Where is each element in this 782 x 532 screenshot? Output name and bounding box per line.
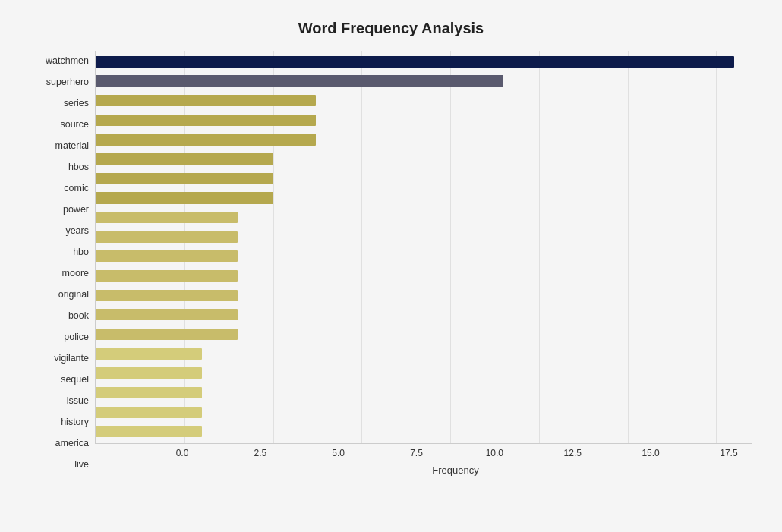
bar-series <box>96 95 316 106</box>
plot-area <box>95 51 752 444</box>
bar-watchmen <box>96 56 734 68</box>
bar-row-comic <box>96 168 752 188</box>
bar-row-original <box>96 266 752 286</box>
bar-material <box>96 134 316 145</box>
y-label-original: original <box>58 290 89 300</box>
bar-hbos <box>96 153 273 165</box>
bar-row-watchmen <box>96 52 752 72</box>
bar-row-hbo <box>96 227 752 247</box>
x-axis-title: Frequency <box>159 464 752 476</box>
y-label-vigilante: vigilante <box>54 354 89 364</box>
chart-container: Word Frequency Analysis watchmensuperher… <box>8 5 774 528</box>
bar-years <box>96 212 238 223</box>
x-tick-label: 12.5 <box>550 448 595 458</box>
bar-row-sequel <box>96 344 752 364</box>
bar-row-source <box>96 110 752 130</box>
y-label-hbo: hbo <box>73 247 89 257</box>
chart-title: Word Frequency Analysis <box>30 20 752 37</box>
bar-row-issue <box>96 364 752 383</box>
bar-book <box>96 290 238 301</box>
x-tick-label: 2.5 <box>238 448 283 458</box>
bars-container <box>96 51 752 443</box>
bar-row-history <box>96 383 752 403</box>
y-label-history: history <box>61 417 89 427</box>
x-tick-label: 17.5 <box>706 448 752 458</box>
y-label-book: book <box>68 311 89 321</box>
bar-live <box>96 426 202 437</box>
y-label-police: police <box>64 332 89 342</box>
x-axis-labels: 0.02.55.07.510.012.515.017.5 <box>159 444 752 458</box>
bar-row-series <box>96 91 752 111</box>
bar-row-live <box>96 422 752 442</box>
bar-row-america <box>96 402 752 422</box>
chart-area: watchmensuperheroseriessourcematerialhbo… <box>30 51 752 476</box>
bar-row-book <box>96 285 752 305</box>
bar-row-years <box>96 208 752 228</box>
bar-row-vigilante <box>96 325 752 345</box>
y-label-source: source <box>60 120 89 130</box>
x-tick-label: 15.0 <box>628 448 673 458</box>
bar-power <box>96 192 273 203</box>
bar-row-police <box>96 305 752 325</box>
bar-moore <box>96 250 238 262</box>
x-tick-label: 7.5 <box>394 448 440 458</box>
y-label-moore: moore <box>62 269 89 279</box>
bar-row-power <box>96 188 752 208</box>
y-label-years: years <box>65 226 89 236</box>
bar-sequel <box>96 348 202 360</box>
x-tick-label: 0.0 <box>159 448 205 458</box>
y-label-live: live <box>74 460 89 470</box>
y-label-watchmen: watchmen <box>46 56 89 66</box>
bar-source <box>96 115 316 126</box>
y-label-comic: comic <box>64 184 89 194</box>
y-label-hbos: hbos <box>68 162 89 172</box>
y-label-power: power <box>63 205 89 215</box>
y-label-america: america <box>55 439 89 449</box>
y-label-sequel: sequel <box>61 375 89 385</box>
bar-row-moore <box>96 247 752 266</box>
bar-issue <box>96 367 202 379</box>
bar-history <box>96 387 202 398</box>
bar-vigilante <box>96 329 238 340</box>
y-label-series: series <box>64 99 89 109</box>
x-tick-label: 10.0 <box>471 448 517 458</box>
bar-superhero <box>96 75 503 87</box>
bar-hbo <box>96 231 238 243</box>
bar-original <box>96 270 238 282</box>
y-labels: watchmensuperheroseriessourcematerialhbo… <box>30 51 95 476</box>
y-label-material: material <box>55 141 89 151</box>
bar-row-material <box>96 130 752 150</box>
bar-police <box>96 309 238 320</box>
y-label-issue: issue <box>67 396 89 406</box>
x-tick-label: 5.0 <box>316 448 361 458</box>
bar-america <box>96 407 202 418</box>
bar-row-superhero <box>96 71 752 91</box>
y-label-superhero: superhero <box>46 77 89 87</box>
bar-row-hbos <box>96 150 752 169</box>
bar-comic <box>96 173 273 184</box>
